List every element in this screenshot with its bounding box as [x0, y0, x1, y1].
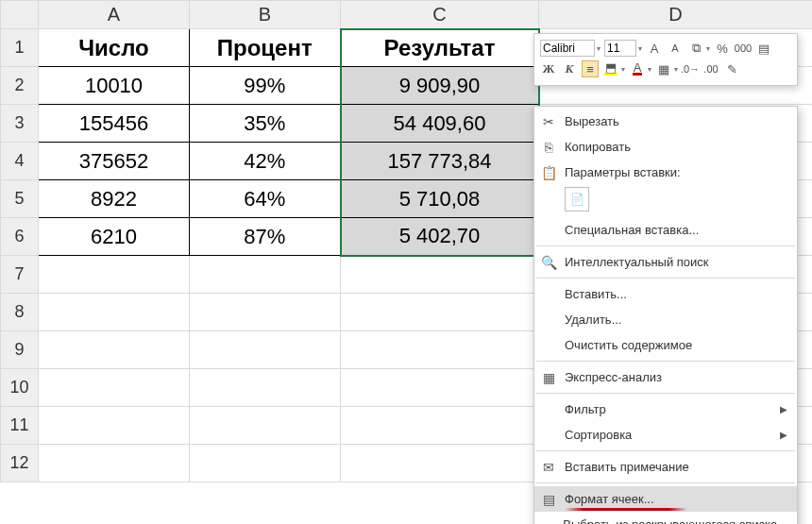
cell-B10[interactable] — [190, 369, 341, 407]
cell-A2[interactable]: 10010 — [39, 67, 190, 105]
highlight-underline — [565, 508, 687, 511]
increase-decimal-button[interactable]: .0→ — [682, 60, 699, 77]
col-header-D[interactable]: D — [539, 1, 813, 29]
cell-B8[interactable] — [190, 294, 341, 331]
select-all-corner[interactable] — [1, 1, 39, 29]
row-header-2[interactable]: 2 — [1, 67, 39, 105]
cell-C6[interactable]: 5 402,70 — [341, 218, 539, 256]
comment-icon: ✉ — [540, 459, 557, 476]
menu-pick-from-list-label: Выбрать из раскрывающегося списка... — [563, 517, 787, 524]
menu-quick-analysis[interactable]: ▦ Экспресс-анализ — [534, 364, 797, 390]
menu-separator — [536, 450, 795, 451]
cell-A9[interactable] — [39, 331, 190, 369]
row-header-10[interactable]: 10 — [1, 369, 39, 407]
cell-C11[interactable] — [341, 407, 539, 445]
cell-B2[interactable]: 99% — [190, 67, 341, 105]
menu-insert[interactable]: Вставить... — [534, 281, 797, 307]
menu-cut-label: Вырезать — [565, 114, 787, 128]
cell-C7[interactable] — [341, 256, 539, 294]
cell-A7[interactable] — [39, 256, 190, 294]
chevron-down-icon[interactable]: ▾ — [674, 65, 678, 74]
row-header-9[interactable]: 9 — [1, 331, 39, 369]
menu-sort[interactable]: Сортировка ▶ — [534, 422, 797, 448]
cell-B9[interactable] — [190, 331, 341, 369]
menu-paste-special[interactable]: Специальная вставка... — [534, 217, 797, 243]
menu-insert-label: Вставить... — [565, 287, 787, 301]
row-header-11[interactable]: 11 — [1, 407, 39, 445]
cell-C5[interactable]: 5 710,08 — [341, 180, 539, 218]
menu-paste-options-label: Параметры вставки: — [565, 165, 787, 179]
row-header-4[interactable]: 4 — [1, 143, 39, 180]
col-header-B[interactable]: B — [190, 1, 341, 29]
cell-B3[interactable]: 35% — [190, 105, 341, 143]
cell-A10[interactable] — [39, 369, 190, 407]
cell-B11[interactable] — [190, 407, 341, 445]
font-size-select[interactable] — [604, 40, 636, 57]
menu-delete[interactable]: Удалить... — [534, 307, 797, 332]
cell-A12[interactable] — [39, 445, 190, 482]
menu-clear-contents[interactable]: Очистить содержимое — [534, 332, 797, 358]
cell-C8[interactable] — [341, 294, 539, 331]
cell-B1[interactable]: Процент — [190, 29, 341, 67]
borders-button[interactable]: ▦ — [655, 60, 672, 77]
cell-B7[interactable] — [190, 256, 341, 294]
cell-A6[interactable]: 6210 — [39, 218, 190, 256]
cell-A3[interactable]: 155456 — [39, 105, 190, 143]
cell-C2[interactable]: 9 909,90 — [341, 67, 539, 105]
cell-C9[interactable] — [341, 331, 539, 369]
menu-format-cells[interactable]: ▤ Формат ячеек... — [534, 486, 797, 512]
cell-B4[interactable]: 42% — [190, 143, 341, 180]
cell-C1[interactable]: Результат — [341, 29, 539, 67]
row-header-3[interactable]: 3 — [1, 105, 39, 143]
cell-A1[interactable]: Число — [39, 29, 190, 67]
font-color-button[interactable]: A — [629, 60, 646, 77]
decrease-font-button[interactable]: A — [667, 40, 684, 57]
format-painter-button[interactable]: ✎ — [723, 60, 740, 77]
row-header-5[interactable]: 5 — [1, 180, 39, 218]
paste-default-button[interactable]: 📄 — [565, 187, 589, 211]
menu-sort-label: Сортировка — [565, 428, 772, 442]
row-header-8[interactable]: 8 — [1, 294, 39, 331]
chevron-down-icon[interactable]: ▾ — [706, 44, 710, 53]
font-name-select[interactable] — [540, 40, 595, 57]
chevron-down-icon[interactable]: ▾ — [648, 65, 651, 74]
chevron-down-icon[interactable]: ▾ — [638, 44, 642, 53]
fill-color-button[interactable]: ⬒ — [602, 60, 619, 77]
cell-B12[interactable] — [190, 445, 341, 482]
copy-icon: ⎘ — [540, 139, 557, 156]
menu-cut[interactable]: ✂ Вырезать — [534, 109, 797, 134]
number-format-button[interactable]: ▤ — [755, 40, 772, 57]
cell-C4[interactable]: 157 773,84 — [341, 143, 539, 180]
percent-format-button[interactable]: % — [714, 40, 731, 57]
align-center-button[interactable]: ≡ — [582, 60, 599, 77]
italic-button[interactable]: К — [561, 60, 578, 77]
cell-C3[interactable]: 54 409,60 — [341, 105, 539, 143]
cell-C12[interactable] — [341, 445, 539, 482]
col-header-C[interactable]: C — [341, 1, 539, 29]
comma-format-button[interactable]: 000 — [735, 40, 752, 57]
cell-B6[interactable]: 87% — [190, 218, 341, 256]
row-header-1[interactable]: 1 — [1, 29, 39, 67]
cell-A8[interactable] — [39, 294, 190, 331]
decrease-decimal-button[interactable]: .00 — [702, 60, 719, 77]
row-header-12[interactable]: 12 — [1, 445, 39, 482]
cell-C10[interactable] — [341, 369, 539, 407]
cell-A11[interactable] — [39, 407, 190, 445]
cell-A5[interactable]: 8922 — [39, 180, 190, 218]
row-header-7[interactable]: 7 — [1, 256, 39, 294]
merge-button[interactable]: ⧉ — [687, 40, 704, 57]
row-header-6[interactable]: 6 — [1, 218, 39, 256]
chevron-down-icon[interactable]: ▾ — [621, 65, 625, 74]
menu-separator — [536, 393, 795, 394]
menu-smart-lookup[interactable]: 🔍 Интеллектуальный поиск — [534, 249, 797, 275]
chevron-down-icon[interactable]: ▾ — [597, 44, 601, 53]
increase-font-button[interactable]: A — [646, 40, 663, 57]
menu-filter[interactable]: Фильтр ▶ — [534, 397, 797, 422]
menu-insert-comment[interactable]: ✉ Вставить примечание — [534, 454, 797, 480]
col-header-A[interactable]: A — [39, 1, 190, 29]
menu-copy[interactable]: ⎘ Копировать — [534, 134, 797, 160]
cell-B5[interactable]: 64% — [190, 180, 341, 218]
cell-A4[interactable]: 375652 — [39, 143, 190, 180]
menu-pick-from-list[interactable]: Выбрать из раскрывающегося списка... — [534, 512, 797, 524]
bold-button[interactable]: Ж — [540, 60, 557, 77]
